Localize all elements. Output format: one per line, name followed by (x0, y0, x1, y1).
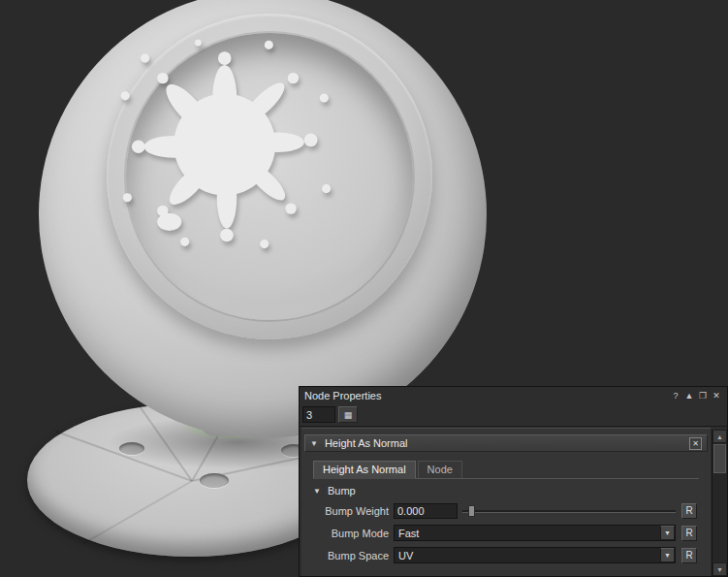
tab-node[interactable]: Node (418, 461, 462, 479)
scroll-down-icon: ▼ (716, 566, 723, 573)
window-icon[interactable]: ❐ (697, 390, 709, 401)
bump-weight-row: Bump Weight R (301, 499, 711, 522)
node-close-button[interactable]: ✕ (689, 437, 702, 450)
scroll-up-button[interactable]: ▲ (712, 430, 727, 443)
base-seam-line (82, 480, 193, 545)
node-properties-panel: Node Properties ? ▲ ❐ ✕ ▦ ▼ Height As No… (299, 386, 728, 577)
bump-mode-row: Bump Mode Fast ▼ R (301, 522, 711, 544)
node-index-input[interactable] (302, 406, 335, 423)
slider-track[interactable] (462, 510, 676, 513)
help-icon[interactable]: ? (670, 390, 681, 401)
paint-splat-decal (116, 34, 337, 255)
bump-mode-dropdown[interactable]: Fast ▼ (394, 525, 676, 541)
panel-content: ▼ Height As Normal ✕ Height As Normal No… (301, 428, 711, 576)
bump-space-dropdown[interactable]: UV ▼ (394, 547, 676, 563)
close-icon[interactable]: ✕ (711, 390, 722, 401)
chevron-down-icon: ▼ (664, 552, 671, 559)
bump-section-header[interactable]: ▼ Bump (301, 482, 711, 499)
scroll-down-button[interactable]: ▼ (712, 562, 727, 576)
bump-weight-input[interactable] (394, 503, 458, 519)
bump-space-row: Bump Space UV ▼ R (301, 544, 711, 566)
scrollbar-thumb[interactable] (713, 444, 726, 473)
edit-icon: ▦ (344, 410, 353, 420)
bump-mode-value: Fast (398, 528, 419, 539)
panel-toolrow: ▦ (300, 403, 727, 427)
panel-title: Node Properties (304, 390, 382, 401)
close-icon: ✕ (692, 439, 699, 448)
node-header-bar[interactable]: ▼ Height As Normal ✕ (304, 434, 708, 452)
panel-scrollbar[interactable]: ▲ ▼ (712, 430, 727, 576)
bump-section-label: Bump (328, 485, 356, 497)
node-header-label: Height As Normal (325, 437, 408, 449)
base-hole (200, 473, 229, 488)
edit-field-button[interactable]: ▦ (338, 406, 358, 423)
dropdown-arrow-button[interactable]: ▼ (660, 548, 675, 562)
chevron-down-icon: ▼ (664, 529, 671, 536)
warning-icon[interactable]: ▲ (683, 390, 695, 401)
bump-weight-label: Bump Weight (301, 505, 394, 517)
disclosure-icon[interactable]: ▼ (313, 487, 321, 496)
dropdown-arrow-button[interactable]: ▼ (660, 526, 675, 540)
bump-mode-label: Bump Mode (301, 528, 394, 539)
bump-mode-reset-button[interactable]: R (681, 526, 697, 541)
disclosure-icon[interactable]: ▼ (310, 439, 318, 448)
tab-height-as-normal[interactable]: Height As Normal (313, 461, 416, 479)
bump-space-value: UV (398, 550, 413, 561)
slider-handle[interactable] (468, 505, 475, 517)
bump-weight-reset-button[interactable]: R (681, 503, 697, 519)
bump-weight-slider[interactable] (462, 503, 676, 519)
tab-strip: Height As Normal Node (313, 460, 699, 479)
scroll-up-icon: ▲ (716, 433, 723, 440)
bump-space-reset-button[interactable]: R (681, 548, 697, 563)
bump-space-label: Bump Space (301, 550, 394, 561)
panel-titlebar[interactable]: Node Properties ? ▲ ❐ ✕ (300, 387, 727, 403)
